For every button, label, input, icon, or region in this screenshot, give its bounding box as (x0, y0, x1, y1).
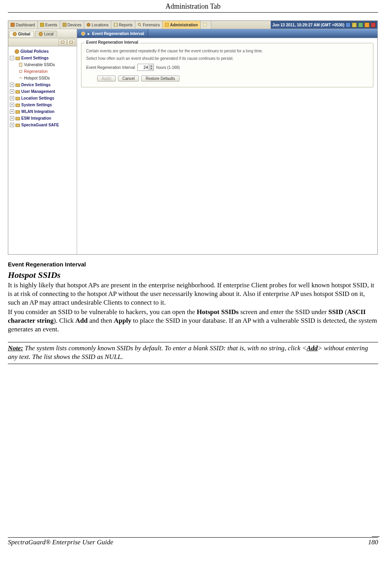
expand-icon[interactable]: + (10, 109, 14, 114)
tree-label: WLAN Integration (21, 109, 54, 115)
collapse-all-button[interactable] (67, 39, 75, 45)
page-header: Administration Tab (8, 0, 378, 13)
button-row: Apply Cancel Restore Defaults (86, 76, 368, 81)
expand-icon[interactable]: + (10, 83, 14, 87)
scope-local[interactable]: Local (35, 31, 57, 37)
tab-label: Devices (68, 23, 82, 27)
interval-input[interactable] (138, 65, 149, 70)
tab-reports[interactable]: Reports (111, 21, 135, 29)
tab-label: Reports (119, 23, 133, 27)
folder-icon (15, 123, 20, 128)
expand-icon[interactable]: + (10, 96, 14, 100)
tree-esm-integration[interactable]: + ESM Integration (9, 115, 76, 122)
spinner-up-icon[interactable]: ▲ (149, 65, 153, 67)
tree-label: ESM Integration (21, 115, 51, 121)
interval-spinner[interactable]: ▲ ▼ (137, 64, 154, 71)
svg-rect-12 (61, 41, 64, 43)
tab-extra[interactable] (201, 21, 211, 29)
status-icon[interactable] (352, 22, 357, 28)
tree-location-settings[interactable]: + Location Settings (9, 95, 76, 102)
tab-administration[interactable]: Administration (163, 21, 201, 29)
chevron-right-icon: ▸ (88, 31, 90, 36)
expand-icon[interactable]: + (10, 103, 14, 107)
tree-vulnerable-ssids[interactable]: Vulnerable SSIDs (9, 61, 76, 68)
timestamp-bar: Jun 13 2011, 10:29:27 AM (GMT +0530) (271, 21, 377, 29)
panel-description-1: Certain events are generated repeatedly … (86, 49, 368, 53)
breadcrumb: ▸ Event Regeneration Interval (77, 29, 377, 38)
status-icon[interactable] (364, 22, 369, 28)
tree-user-management[interactable]: + User Management (9, 88, 76, 95)
expand-all-button[interactable] (59, 39, 66, 45)
tree-label: Hotspot SSIDs (24, 75, 50, 81)
tree-hotspot-ssids[interactable]: Hotspot SSIDs (9, 75, 76, 81)
tree-event-settings[interactable]: − Event Settings (9, 55, 76, 61)
page-footer: SpectraGuard® Enterprise User Guide 180 (8, 537, 378, 546)
svg-point-14 (15, 50, 19, 54)
svg-rect-4 (114, 23, 117, 27)
regeneration-fieldset: Event Regeneration Interval Certain even… (81, 43, 373, 87)
interval-label: Event Regeneration Interval (86, 65, 135, 70)
tree-label: Vulnerable SSIDs (24, 62, 55, 68)
collapse-icon[interactable]: − (10, 56, 14, 60)
tree-spectraguard-safe[interactable]: + SpectraGuard SAFE (9, 122, 76, 128)
tree-label: Regeneration (24, 68, 48, 74)
events-icon (40, 23, 44, 27)
svg-rect-24 (16, 124, 20, 127)
scope-label: Local (44, 32, 54, 36)
scope-global[interactable]: Global (9, 31, 34, 37)
status-icon[interactable] (371, 22, 376, 28)
svg-line-6 (140, 25, 141, 26)
spinner-down-icon[interactable]: ▼ (149, 67, 153, 70)
tab-forensics[interactable]: Forensics (135, 21, 163, 29)
svg-point-17 (19, 70, 22, 73)
expand-icon[interactable]: + (10, 123, 14, 127)
breadcrumb-home[interactable]: ▸ Event Regeneration Interval (77, 29, 148, 38)
panel-description-2: Select how often such an event should be… (86, 56, 368, 61)
svg-rect-20 (16, 97, 20, 100)
tab-events[interactable]: Events (38, 21, 60, 29)
tab-dashboard[interactable]: Dashboard (8, 21, 38, 29)
timestamp-text: Jun 13 2011, 10:29:27 AM (GMT +0530) (272, 23, 344, 27)
tab-label: Locations (92, 23, 109, 27)
forensics-icon (138, 23, 142, 27)
tab-locations[interactable]: Locations (84, 21, 111, 29)
globe-icon (39, 32, 43, 36)
status-icon[interactable] (345, 22, 351, 28)
locations-icon (87, 23, 90, 27)
sidebar-toolbar (8, 38, 77, 46)
sidebar: Global Policies − Event Settings Vulnera… (8, 38, 77, 254)
devices-icon (63, 23, 66, 27)
breadcrumb-label: Event Regeneration Interval (92, 31, 144, 36)
wifi-icon (18, 76, 23, 80)
reports-icon (114, 23, 118, 27)
svg-rect-23 (16, 117, 20, 120)
tree-regeneration[interactable]: Regeneration (9, 68, 76, 75)
tab-label: Administration (170, 23, 198, 27)
page-number: 180 (368, 538, 379, 546)
scope-label: Global (18, 32, 30, 36)
status-icon[interactable] (358, 22, 363, 28)
tab-label: Events (45, 23, 57, 27)
svg-rect-8 (203, 23, 207, 27)
tree-root[interactable]: Global Policies (9, 48, 76, 55)
tree-wlan-integration[interactable]: + WLAN Integration (9, 108, 76, 115)
tree-device-settings[interactable]: + Device Settings (9, 81, 76, 88)
dashboard-icon (11, 23, 15, 27)
tree-label: Device Settings (21, 82, 50, 88)
body-paragraph-2: If you consider an SSID to be vulnerable… (8, 308, 378, 334)
tree-label: Location Settings (21, 95, 54, 101)
tree-system-settings[interactable]: + System Settings (9, 102, 76, 108)
apply-button[interactable]: Apply (97, 76, 116, 81)
restore-defaults-button[interactable]: Restore Defaults (141, 76, 179, 81)
svg-rect-0 (11, 23, 15, 27)
top-tab-bar: Dashboard Events Devices Locations Repor… (8, 21, 377, 29)
globe-icon (13, 32, 17, 36)
home-icon (81, 31, 85, 36)
svg-rect-2 (63, 23, 66, 27)
cancel-button[interactable]: Cancel (118, 76, 139, 81)
svg-rect-21 (16, 104, 20, 107)
svg-point-10 (39, 32, 42, 36)
tab-devices[interactable]: Devices (60, 21, 85, 29)
expand-icon[interactable]: + (10, 89, 14, 94)
expand-icon[interactable]: + (10, 116, 14, 120)
